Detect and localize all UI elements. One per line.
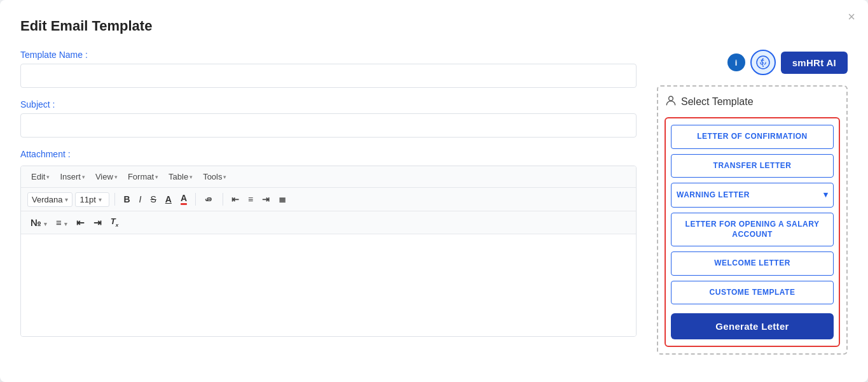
smhrt-ai-button[interactable]: smHRt AI xyxy=(781,52,848,74)
template-btn-welcome-letter[interactable]: WELCOME LETTER xyxy=(671,251,834,276)
indent-button[interactable]: ⇥ xyxy=(90,216,105,229)
template-panel: Select Template LETTER OF CONFIRMATION T… xyxy=(657,85,848,355)
italic-button[interactable]: I xyxy=(136,193,145,206)
font-color-button[interactable]: A xyxy=(177,192,190,207)
outdent-button[interactable]: ⇤ xyxy=(73,216,88,229)
clear-format-button[interactable]: Tx xyxy=(107,215,121,230)
menu-view[interactable]: View ▾ xyxy=(92,170,121,183)
attachment-label: Attachment : xyxy=(20,149,637,159)
select-template-label: Select Template xyxy=(681,96,754,108)
menu-edit[interactable]: Edit ▾ xyxy=(27,170,53,183)
template-btn-letter-of-confirmation[interactable]: LETTER OF CONFIRMATION xyxy=(671,125,834,149)
subject-label: Subject : xyxy=(20,99,637,110)
template-name-input[interactable] xyxy=(20,64,637,88)
font-family-select[interactable]: Verdana ▾ xyxy=(27,192,72,207)
font-family-chevron-icon: ▾ xyxy=(65,196,68,203)
template-btn-warning-letter[interactable]: WARNING LETTER ▾ xyxy=(671,183,834,208)
template-btn-salary-account[interactable]: LETTER FOR OPENING A SALARY ACCOUNT xyxy=(671,213,834,246)
smhrt-bar: i smHRt AI xyxy=(657,50,848,75)
editor-toolbar-2: № ▾ ≡ ▾ ⇤ ⇥ Tx xyxy=(21,211,636,234)
generate-letter-button[interactable]: Generate Letter xyxy=(671,313,834,339)
info-icon[interactable]: i xyxy=(727,53,745,71)
template-name-group: Template Name : xyxy=(20,50,637,88)
template-list-box: LETTER OF CONFIRMATION TRANSFER LETTER W… xyxy=(665,117,840,347)
close-button[interactable]: × xyxy=(848,10,855,23)
menu-table[interactable]: Table ▾ xyxy=(165,170,196,183)
subject-input[interactable] xyxy=(20,113,637,138)
edit-email-template-modal: × Edit Email Template Template Name : Su… xyxy=(0,0,868,382)
font-size-select[interactable]: 11pt ▾ xyxy=(75,192,109,207)
svg-point-2 xyxy=(669,96,673,101)
template-btn-transfer-letter[interactable]: TRANSFER LETTER xyxy=(671,154,834,178)
right-panel: i smHRt AI xyxy=(657,50,848,355)
select-template-icon xyxy=(665,94,677,110)
strikethrough-button[interactable]: S xyxy=(147,193,159,206)
menu-insert[interactable]: Insert ▾ xyxy=(56,170,89,183)
template-btn-custom-template[interactable]: CUSTOME TEMPLATE xyxy=(671,281,834,305)
template-name-label: Template Name : xyxy=(20,50,637,60)
subject-group: Subject : xyxy=(20,99,637,138)
underline-button[interactable]: A xyxy=(162,193,175,206)
align-left-button[interactable]: ⇤ xyxy=(228,193,242,206)
attachment-group: Attachment : Edit ▾ Insert ▾ Vie xyxy=(20,149,637,337)
editor-menubar: Edit ▾ Insert ▾ View ▾ Format xyxy=(21,166,636,188)
toolbar-sep-2 xyxy=(195,193,196,206)
view-chevron-icon: ▾ xyxy=(114,174,118,180)
left-panel: Template Name : Subject : Attachment : E… xyxy=(20,50,637,355)
unordered-list-button[interactable]: ≡ ▾ xyxy=(53,216,71,229)
editor-toolbar-1: Verdana ▾ 11pt ▾ B I S A xyxy=(21,188,636,211)
svg-point-1 xyxy=(762,66,764,67)
format-chevron-icon: ▾ xyxy=(155,174,158,180)
align-justify-button[interactable]: ≣ xyxy=(275,193,289,206)
menu-format[interactable]: Format ▾ xyxy=(124,170,162,183)
main-layout: Template Name : Subject : Attachment : E… xyxy=(20,50,848,355)
toolbar-sep-1 xyxy=(114,193,115,206)
edit-chevron-icon: ▾ xyxy=(46,174,50,180)
warning-letter-chevron-icon: ▾ xyxy=(823,190,829,201)
menu-tools[interactable]: Tools ▾ xyxy=(199,170,230,183)
font-size-chevron-icon: ▾ xyxy=(99,196,102,203)
insert-chevron-icon: ▾ xyxy=(82,174,85,180)
select-template-header: Select Template xyxy=(665,94,840,110)
align-center-button[interactable]: ≡ xyxy=(245,193,256,206)
modal-title: Edit Email Template xyxy=(20,18,848,34)
table-chevron-icon: ▾ xyxy=(189,174,193,180)
editor-container: Edit ▾ Insert ▾ View ▾ Format xyxy=(20,166,637,337)
ordered-list-button[interactable]: № ▾ xyxy=(27,216,50,229)
bold-button[interactable]: B xyxy=(120,193,133,206)
link-button[interactable] xyxy=(201,193,217,206)
ai-icon[interactable] xyxy=(750,50,776,75)
align-right-button[interactable]: ⇥ xyxy=(259,193,273,206)
tools-chevron-icon: ▾ xyxy=(223,174,226,180)
editor-body[interactable] xyxy=(21,234,636,336)
toolbar-sep-3 xyxy=(223,193,223,206)
